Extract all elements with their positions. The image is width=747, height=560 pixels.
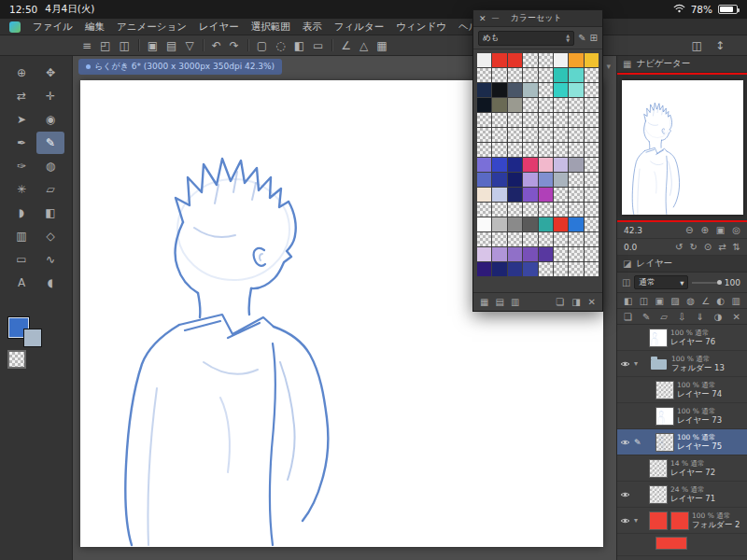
color-swatch[interactable] xyxy=(492,143,506,157)
menu-item[interactable]: 表示 xyxy=(303,21,322,34)
color-swatch[interactable] xyxy=(554,143,568,157)
color-swatch[interactable] xyxy=(477,113,491,127)
color-swatch[interactable] xyxy=(523,53,537,67)
color-swatch[interactable] xyxy=(492,262,506,276)
color-swatch[interactable] xyxy=(492,188,506,202)
color-swatch[interactable] xyxy=(585,98,599,112)
color-swatch[interactable] xyxy=(569,203,583,217)
color-swatch[interactable] xyxy=(539,158,553,172)
new-raster-layer-icon[interactable]: ❏ xyxy=(624,312,632,322)
color-swatch[interactable] xyxy=(508,143,522,157)
secondary-color-chip[interactable] xyxy=(23,329,42,347)
menu-item[interactable]: ファイル xyxy=(33,21,73,34)
color-swatch[interactable] xyxy=(554,188,568,202)
airbrush-tool[interactable]: ◍ xyxy=(36,155,64,177)
deselect-icon[interactable]: ◌ xyxy=(275,40,285,51)
color-swatch[interactable] xyxy=(569,232,583,246)
color-swatch[interactable] xyxy=(539,143,553,157)
layer-row[interactable]: 100 % 通常レイヤー 74 xyxy=(617,377,747,403)
figure-tool[interactable]: ◇ xyxy=(36,225,64,247)
navigator-panel-icon[interactable]: ▦ xyxy=(623,59,631,69)
folder-expander-icon[interactable]: ▾ xyxy=(634,516,643,525)
visibility-eye-icon[interactable] xyxy=(620,491,631,498)
color-swatch[interactable] xyxy=(539,173,553,187)
menu-item[interactable]: ウィンドウ xyxy=(396,21,446,34)
color-swatch[interactable] xyxy=(539,262,553,276)
color-swatch[interactable] xyxy=(585,203,599,217)
color-swatch[interactable] xyxy=(585,217,599,231)
color-swatch[interactable] xyxy=(508,158,522,172)
layer-row[interactable]: 100 % 通常レイヤー 76 xyxy=(617,325,747,351)
color-set-titlebar[interactable]: ✕ — カラーセット xyxy=(473,10,602,27)
color-swatch[interactable] xyxy=(569,217,583,231)
color-swatch[interactable] xyxy=(508,98,522,112)
color-swatch[interactable] xyxy=(508,113,522,127)
zoom-out-icon[interactable]: ⊖ xyxy=(685,225,693,235)
menu-item[interactable]: 編集 xyxy=(85,21,105,34)
enable-mask-icon[interactable]: ◍ xyxy=(686,296,695,306)
color-swatch[interactable] xyxy=(585,262,599,276)
color-swatch[interactable] xyxy=(539,128,553,142)
combine-mode-icon[interactable]: ◫ xyxy=(640,296,648,306)
color-swatch[interactable] xyxy=(508,68,522,82)
select-rectangle-icon[interactable]: ▢ xyxy=(257,40,267,51)
layer-row[interactable]: ▾100 % 通常フォルダー 2 xyxy=(617,508,747,534)
minimize-icon[interactable]: — xyxy=(492,14,500,22)
pencil-tool[interactable]: ✎ xyxy=(36,132,64,154)
color-swatch[interactable] xyxy=(554,83,568,97)
color-swatch[interactable] xyxy=(569,173,583,187)
layer-row[interactable]: ▾100 % 通常フォルダー 13 xyxy=(617,351,747,377)
decoration-tool[interactable]: ✳ xyxy=(7,178,35,201)
blend-tool[interactable]: ◗ xyxy=(7,202,35,224)
color-swatch[interactable] xyxy=(492,158,506,172)
color-swatch[interactable] xyxy=(492,203,506,217)
color-swatch[interactable] xyxy=(585,53,599,67)
color-swatch[interactable] xyxy=(554,203,568,217)
operation-tool[interactable]: ➤ xyxy=(7,108,35,131)
color-swatch[interactable] xyxy=(554,247,568,261)
color-swatch[interactable] xyxy=(523,98,537,112)
add-color-set-icon[interactable]: ⊞ xyxy=(590,33,598,43)
color-swatch[interactable] xyxy=(492,53,506,67)
color-swatch[interactable] xyxy=(523,203,537,217)
layer-thumbnail[interactable] xyxy=(655,407,674,426)
color-swatch[interactable] xyxy=(477,188,491,202)
merge-to-lower-icon[interactable]: ⇓ xyxy=(696,312,703,322)
visibility-eye-icon[interactable] xyxy=(620,439,631,446)
document-tab[interactable]: らくがき 6* (3000 x 3000px 350dpi 42.3%) xyxy=(78,59,282,75)
undo-icon[interactable]: ↶ xyxy=(212,40,221,51)
flip-horizontal-icon[interactable]: ⇄ xyxy=(718,242,726,252)
actual-pixels-icon[interactable]: ◎ xyxy=(732,225,740,235)
color-swatch[interactable] xyxy=(508,128,522,142)
color-swatch[interactable] xyxy=(554,113,568,127)
opacity-slider[interactable] xyxy=(692,282,720,284)
color-swatch[interactable] xyxy=(585,113,599,127)
color-swatch[interactable] xyxy=(569,158,583,172)
color-swatch[interactable] xyxy=(523,68,537,82)
snap-ruler-icon[interactable]: ∠ xyxy=(341,40,351,51)
expand-panel-icon[interactable]: ↕ xyxy=(715,40,725,51)
color-swatch[interactable] xyxy=(492,113,506,127)
color-swatch[interactable] xyxy=(569,143,583,157)
color-swatch[interactable] xyxy=(539,68,553,82)
color-swatch[interactable] xyxy=(539,113,553,127)
edit-canvas-icon[interactable]: ◰ xyxy=(100,40,110,51)
color-swatch[interactable] xyxy=(585,143,599,157)
color-swatch[interactable] xyxy=(508,232,522,246)
layer-row[interactable] xyxy=(617,534,747,556)
text-tool[interactable]: A xyxy=(7,272,35,294)
color-swatch[interactable] xyxy=(539,188,553,202)
color-swatch[interactable] xyxy=(569,262,583,276)
color-swatch[interactable] xyxy=(477,158,491,172)
layer-row[interactable]: 24 % 通常レイヤー 71 xyxy=(617,482,747,508)
color-swatch[interactable] xyxy=(554,158,568,172)
rotate-right-icon[interactable]: ↻ xyxy=(689,242,697,252)
color-swatch[interactable] xyxy=(508,247,522,261)
color-swatch[interactable] xyxy=(523,113,537,127)
color-swatch[interactable] xyxy=(492,83,506,97)
gradient-tool[interactable]: ▥ xyxy=(7,225,35,247)
color-swatch[interactable] xyxy=(492,128,506,142)
layer-row[interactable]: 100 % 通常レイヤー 73 xyxy=(617,403,747,429)
color-swatch[interactable] xyxy=(569,98,583,112)
color-swatch[interactable] xyxy=(492,247,506,261)
